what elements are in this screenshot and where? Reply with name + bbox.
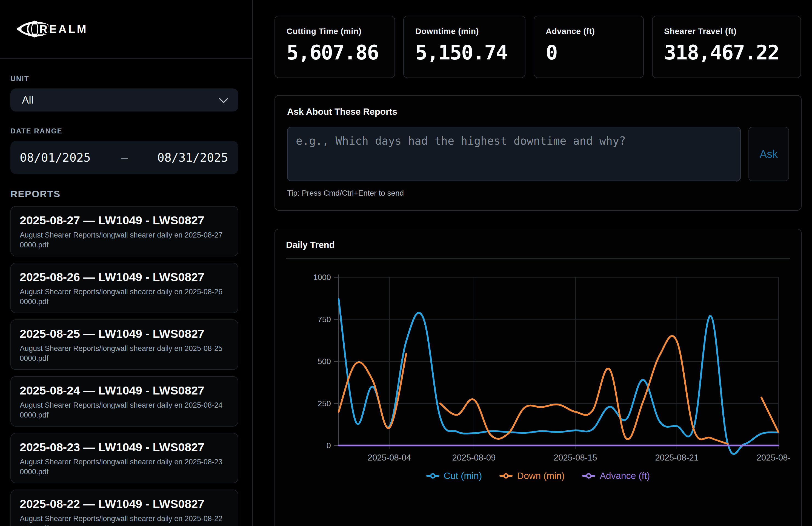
- stat-label: Advance (ft): [546, 27, 632, 36]
- report-title: 2025-08-26 — LW1049 - LWS0827: [20, 271, 229, 284]
- question-textarea[interactable]: [287, 127, 741, 181]
- sidebar-filters: UNIT All DATE RANGE – REPORTS 2025-08-27…: [0, 59, 252, 526]
- reports-list: 2025-08-27 — LW1049 - LWS0827 August She…: [11, 206, 238, 526]
- sidebar-header: REALM: [0, 0, 252, 59]
- date-range-label: DATE RANGE: [11, 127, 238, 135]
- date-start-input[interactable]: [20, 151, 91, 164]
- report-title: 2025-08-25 — LW1049 - LWS0827: [20, 327, 229, 340]
- svg-text:0: 0: [327, 441, 331, 450]
- report-list-item[interactable]: 2025-08-27 — LW1049 - LWS0827 August She…: [11, 206, 238, 257]
- legend-item-cut[interactable]: Cut (min): [426, 470, 482, 481]
- report-title: 2025-08-22 — LW1049 - LWS0827: [20, 497, 229, 511]
- report-list-item[interactable]: 2025-08-25 — LW1049 - LWS0827 August She…: [11, 319, 238, 370]
- legend-label: Cut (min): [444, 470, 482, 481]
- legend-label: Advance (ft): [600, 470, 650, 481]
- chart-legend: Cut (min) Down (min) Advance (ft): [286, 470, 790, 481]
- unit-select[interactable]: All: [11, 88, 238, 112]
- report-subtitle: August Shearer Reports/longwall shearer …: [20, 287, 229, 307]
- stat-value: 5,150.74: [415, 41, 513, 64]
- report-subtitle: August Shearer Reports/longwall shearer …: [20, 230, 229, 250]
- unit-label: UNIT: [11, 74, 238, 83]
- stat-label: Cutting Time (min): [287, 27, 383, 36]
- legend-line-dot-icon: [582, 473, 595, 479]
- report-subtitle: August Shearer Reports/longwall shearer …: [20, 344, 229, 364]
- main-content: Cutting Time (min) 5,607.86 Downtime (mi…: [252, 0, 812, 526]
- svg-text:2025-08-21: 2025-08-21: [655, 453, 699, 463]
- legend-line-dot-icon: [499, 473, 512, 479]
- stat-value: 0: [546, 41, 632, 64]
- panel-divider: [286, 258, 790, 259]
- daily-trend-chart: 025050075010002025-08-042025-08-092025-0…: [286, 267, 790, 464]
- stat-card-downtime: Downtime (min) 5,150.74: [403, 16, 525, 78]
- realm-logo-icon: REALM: [16, 18, 87, 40]
- chart-title: Daily Trend: [286, 240, 790, 250]
- legend-item-down[interactable]: Down (min): [499, 470, 565, 481]
- app-root: REALM UNIT All DATE RANGE – REPORTS 2025…: [0, 0, 812, 526]
- daily-trend-panel: Daily Trend 025050075010002025-08-042025…: [275, 229, 801, 526]
- report-title: 2025-08-23 — LW1049 - LWS0827: [20, 440, 229, 454]
- ask-panel: Ask About These Reports Ask Tip: Press C…: [275, 95, 801, 211]
- report-list-item[interactable]: 2025-08-22 — LW1049 - LWS0827 August She…: [11, 490, 238, 526]
- svg-text:2025-08-04: 2025-08-04: [368, 453, 411, 463]
- legend-item-advance[interactable]: Advance (ft): [582, 470, 650, 481]
- date-range-picker: –: [11, 141, 238, 174]
- stat-card-shearer-travel: Shearer Travel (ft) 318,467.22: [652, 16, 801, 78]
- reports-label: REPORTS: [11, 189, 238, 200]
- date-end-input[interactable]: [157, 151, 229, 164]
- report-title: 2025-08-24 — LW1049 - LWS0827: [20, 384, 229, 397]
- svg-text:500: 500: [318, 357, 331, 366]
- stat-label: Shearer Travel (ft): [664, 27, 789, 36]
- svg-text:250: 250: [318, 399, 331, 408]
- report-list-item[interactable]: 2025-08-24 — LW1049 - LWS0827 August She…: [11, 376, 238, 426]
- report-subtitle: August Shearer Reports/longwall shearer …: [20, 400, 229, 420]
- unit-select-value: All: [22, 94, 33, 106]
- report-list-item[interactable]: 2025-08-23 — LW1049 - LWS0827 August She…: [11, 433, 238, 483]
- ask-button[interactable]: Ask: [749, 127, 789, 181]
- brand-wordmark: REALM: [39, 23, 87, 35]
- stat-card-cutting-time: Cutting Time (min) 5,607.86: [275, 16, 395, 78]
- ask-tip: Tip: Press Cmd/Ctrl+Enter to send: [287, 189, 789, 198]
- legend-line-dot-icon: [426, 473, 439, 479]
- legend-label: Down (min): [517, 470, 565, 481]
- report-list-item[interactable]: 2025-08-26 — LW1049 - LWS0827 August She…: [11, 263, 238, 313]
- stat-label: Downtime (min): [415, 27, 513, 36]
- report-subtitle: August Shearer Reports/longwall shearer …: [20, 457, 229, 477]
- ask-panel-title: Ask About These Reports: [287, 106, 789, 117]
- svg-text:2025-08-27: 2025-08-27: [757, 453, 790, 463]
- stats-row: Cutting Time (min) 5,607.86 Downtime (mi…: [275, 16, 801, 78]
- stat-card-advance: Advance (ft) 0: [534, 16, 644, 78]
- svg-text:750: 750: [318, 315, 331, 324]
- svg-text:2025-08-09: 2025-08-09: [452, 453, 496, 463]
- stat-value: 318,467.22: [664, 41, 789, 64]
- chevron-down-icon: [219, 94, 228, 103]
- svg-text:1000: 1000: [313, 273, 331, 282]
- report-title: 2025-08-27 — LW1049 - LWS0827: [20, 214, 229, 227]
- stat-value: 5,607.86: [287, 41, 383, 64]
- ask-input-row: Ask: [287, 127, 789, 181]
- report-subtitle: August Shearer Reports/longwall shearer …: [20, 514, 229, 526]
- svg-text:2025-08-15: 2025-08-15: [554, 453, 597, 463]
- sidebar: REALM UNIT All DATE RANGE – REPORTS 2025…: [0, 0, 252, 526]
- date-range-separator: –: [121, 151, 128, 165]
